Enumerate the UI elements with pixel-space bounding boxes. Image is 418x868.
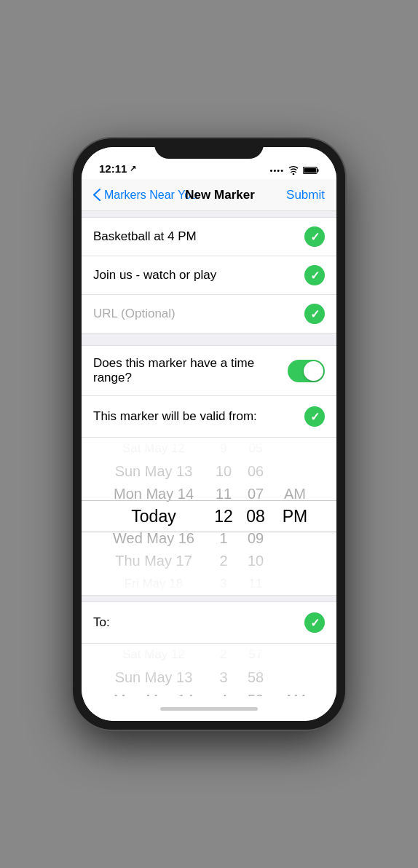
picker-ampm-4[interactable] — [277, 527, 312, 550]
description-value: Join us - watch or play — [93, 268, 299, 283]
title-check — [304, 226, 325, 247]
title-field[interactable]: Basketball at 4 PM — [82, 217, 336, 256]
picker-hour-5[interactable]: 2 — [208, 550, 240, 572]
ampm2-column[interactable]: AM PM — [272, 644, 312, 696]
to-picker[interactable]: Sat May 12 Sun May 13 Mon May 14 Today W… — [82, 644, 336, 696]
picker-min-2[interactable]: 07 — [240, 483, 272, 505]
picker2-ampm-2[interactable]: AM — [277, 689, 312, 696]
picker2-hour-1[interactable]: 3 — [208, 666, 240, 689]
picker2-date-2[interactable]: Mon May 14 — [106, 689, 202, 696]
picker2-min-1[interactable]: 58 — [240, 666, 272, 689]
picker-hour-6[interactable]: 3 — [208, 572, 240, 595]
picker2-date-1[interactable]: Sun May 13 — [106, 666, 202, 689]
picker2-hour-2[interactable]: 4 — [208, 689, 240, 696]
from-picker[interactable]: Sat May 12 Sun May 13 Mon May 14 Today W… — [82, 438, 336, 596]
location-icon: ↗ — [130, 164, 136, 173]
picker2-min-0[interactable]: 57 — [240, 644, 272, 666]
phone-screen: 12:11 ↗ •••• Markers Ne — [82, 147, 336, 721]
picker-hour-3[interactable]: 12 — [208, 505, 240, 528]
valid-from-check — [304, 406, 325, 427]
minute-column[interactable]: 05 06 07 08 09 10 11 — [240, 438, 272, 595]
picker-min-3[interactable]: 08 — [240, 505, 272, 528]
picker-ampm-5[interactable] — [277, 550, 312, 572]
picker-hour-2[interactable]: 11 — [208, 483, 240, 505]
picker-min-0[interactable]: 05 — [240, 438, 272, 460]
picker-hour-4[interactable]: 1 — [208, 527, 240, 550]
phone-frame: 12:11 ↗ •••• Markers Ne — [73, 138, 345, 730]
status-icons: •••• — [270, 166, 319, 175]
date-column[interactable]: Sat May 12 Sun May 13 Mon May 14 Today W… — [106, 438, 208, 595]
picker-hour-0[interactable]: 9 — [208, 438, 240, 460]
scroll-content[interactable]: Basketball at 4 PM Join us - watch or pl… — [82, 211, 336, 696]
ampm-column[interactable]: AM PM — [272, 438, 312, 595]
valid-from-label: This marker will be valid from: — [93, 409, 299, 424]
picker-ampm-6[interactable] — [277, 572, 312, 595]
url-field[interactable]: URL (Optional) — [82, 295, 336, 334]
description-check — [304, 265, 325, 285]
to-row: To: — [82, 601, 336, 644]
to-check — [304, 612, 325, 633]
svg-rect-1 — [304, 168, 316, 173]
battery-icon — [303, 166, 319, 175]
picker-min-6[interactable]: 11 — [240, 572, 272, 595]
description-field[interactable]: Join us - watch or play — [82, 256, 336, 295]
picker-hour-1[interactable]: 10 — [208, 460, 240, 483]
picker-ampm-0[interactable] — [277, 438, 312, 460]
picker-min-5[interactable]: 10 — [240, 550, 272, 572]
picker-date-3[interactable]: Today — [106, 505, 202, 528]
svg-rect-2 — [318, 169, 319, 172]
picker-date-1[interactable]: Sun May 13 — [106, 460, 202, 483]
minute2-column[interactable]: 57 58 59 00 01 02 03 — [240, 644, 272, 696]
picker-min-4[interactable]: 09 — [240, 527, 272, 550]
url-placeholder: URL (Optional) — [93, 307, 299, 321]
picker2-date-0[interactable]: Sat May 12 — [106, 644, 202, 666]
picker-columns: Sat May 12 Sun May 13 Mon May 14 Today W… — [82, 438, 336, 595]
picker-ampm-1[interactable] — [277, 460, 312, 483]
picker-date-6[interactable]: Fri May 18 — [106, 572, 202, 595]
picker-date-5[interactable]: Thu May 17 — [106, 550, 202, 572]
submit-button[interactable]: Submit — [286, 188, 325, 202]
toggle-switch[interactable] — [288, 360, 325, 382]
picker2-columns: Sat May 12 Sun May 13 Mon May 14 Today W… — [82, 644, 336, 696]
nav-title: New Marker — [154, 188, 286, 202]
home-indicator — [82, 696, 336, 721]
picker2-min-2[interactable]: 59 — [240, 689, 272, 696]
url-check — [304, 304, 325, 324]
picker-date-0[interactable]: Sat May 12 — [106, 438, 202, 460]
toggle-label: Does this marker have a time range? — [93, 356, 288, 385]
picker-min-1[interactable]: 06 — [240, 460, 272, 483]
hour-column[interactable]: 9 10 11 12 1 2 3 — [208, 438, 240, 595]
picker-ampm-3[interactable]: PM — [277, 505, 312, 528]
nav-bar: Markers Near You New Marker Submit — [82, 179, 336, 211]
signal-icon: •••• — [270, 166, 284, 175]
picker-date-4[interactable]: Wed May 16 — [106, 527, 202, 550]
picker2-ampm-0[interactable] — [277, 644, 312, 666]
time-range-toggle-row[interactable]: Does this marker have a time range? — [82, 345, 336, 396]
valid-from-row: This marker will be valid from: — [82, 396, 336, 438]
notch — [154, 138, 264, 159]
to-label: To: — [93, 615, 299, 630]
hour2-column[interactable]: 2 3 4 5 6 7 8 — [208, 644, 240, 696]
status-time: 12:11 ↗ — [99, 162, 136, 175]
picker2-hour-0[interactable]: 2 — [208, 644, 240, 666]
picker-ampm-2[interactable]: AM — [277, 483, 312, 505]
picker2-ampm-1[interactable] — [277, 666, 312, 689]
title-value: Basketball at 4 PM — [93, 229, 299, 244]
time-display: 12:11 — [99, 162, 127, 175]
date2-column[interactable]: Sat May 12 Sun May 13 Mon May 14 Today W… — [106, 644, 208, 696]
picker-date-2[interactable]: Mon May 14 — [106, 483, 202, 505]
home-bar — [160, 707, 258, 711]
wifi-icon — [288, 166, 299, 175]
